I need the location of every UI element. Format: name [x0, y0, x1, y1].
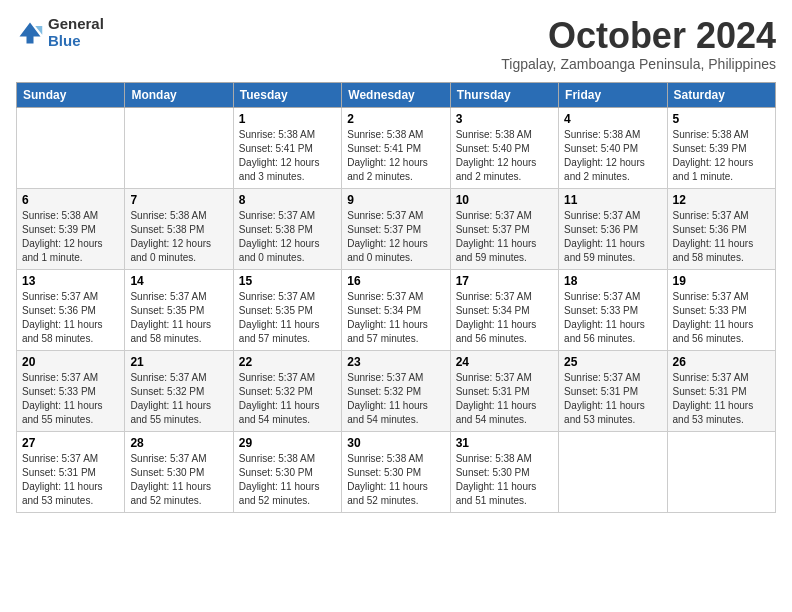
calendar-week-row: 1Sunrise: 5:38 AM Sunset: 5:41 PM Daylig… [17, 107, 776, 188]
day-number: 19 [673, 274, 770, 288]
day-info: Sunrise: 5:37 AM Sunset: 5:38 PM Dayligh… [239, 209, 336, 265]
logo-icon [16, 19, 44, 47]
table-row: 13Sunrise: 5:37 AM Sunset: 5:36 PM Dayli… [17, 269, 125, 350]
calendar-header-row: Sunday Monday Tuesday Wednesday Thursday… [17, 82, 776, 107]
day-info: Sunrise: 5:37 AM Sunset: 5:37 PM Dayligh… [456, 209, 553, 265]
table-row: 11Sunrise: 5:37 AM Sunset: 5:36 PM Dayli… [559, 188, 667, 269]
header-thursday: Thursday [450, 82, 558, 107]
location-title: Tigpalay, Zamboanga Peninsula, Philippin… [501, 56, 776, 72]
table-row: 6Sunrise: 5:38 AM Sunset: 5:39 PM Daylig… [17, 188, 125, 269]
day-info: Sunrise: 5:37 AM Sunset: 5:37 PM Dayligh… [347, 209, 444, 265]
table-row: 25Sunrise: 5:37 AM Sunset: 5:31 PM Dayli… [559, 350, 667, 431]
day-number: 16 [347, 274, 444, 288]
table-row: 18Sunrise: 5:37 AM Sunset: 5:33 PM Dayli… [559, 269, 667, 350]
logo-general: General [48, 16, 104, 33]
day-number: 30 [347, 436, 444, 450]
day-info: Sunrise: 5:38 AM Sunset: 5:41 PM Dayligh… [239, 128, 336, 184]
table-row: 22Sunrise: 5:37 AM Sunset: 5:32 PM Dayli… [233, 350, 341, 431]
day-info: Sunrise: 5:38 AM Sunset: 5:41 PM Dayligh… [347, 128, 444, 184]
table-row: 31Sunrise: 5:38 AM Sunset: 5:30 PM Dayli… [450, 431, 558, 512]
day-info: Sunrise: 5:37 AM Sunset: 5:33 PM Dayligh… [564, 290, 661, 346]
header-wednesday: Wednesday [342, 82, 450, 107]
table-row: 7Sunrise: 5:38 AM Sunset: 5:38 PM Daylig… [125, 188, 233, 269]
day-info: Sunrise: 5:38 AM Sunset: 5:30 PM Dayligh… [347, 452, 444, 508]
day-number: 15 [239, 274, 336, 288]
day-info: Sunrise: 5:37 AM Sunset: 5:31 PM Dayligh… [673, 371, 770, 427]
page-header: General Blue October 2024 Tigpalay, Zamb… [16, 16, 776, 72]
day-number: 14 [130, 274, 227, 288]
day-number: 17 [456, 274, 553, 288]
table-row [667, 431, 775, 512]
table-row: 14Sunrise: 5:37 AM Sunset: 5:35 PM Dayli… [125, 269, 233, 350]
day-number: 28 [130, 436, 227, 450]
logo-text: General Blue [48, 16, 104, 49]
table-row: 26Sunrise: 5:37 AM Sunset: 5:31 PM Dayli… [667, 350, 775, 431]
table-row: 3Sunrise: 5:38 AM Sunset: 5:40 PM Daylig… [450, 107, 558, 188]
table-row: 24Sunrise: 5:37 AM Sunset: 5:31 PM Dayli… [450, 350, 558, 431]
day-info: Sunrise: 5:37 AM Sunset: 5:36 PM Dayligh… [564, 209, 661, 265]
day-info: Sunrise: 5:37 AM Sunset: 5:31 PM Dayligh… [456, 371, 553, 427]
table-row: 19Sunrise: 5:37 AM Sunset: 5:33 PM Dayli… [667, 269, 775, 350]
table-row: 8Sunrise: 5:37 AM Sunset: 5:38 PM Daylig… [233, 188, 341, 269]
day-info: Sunrise: 5:37 AM Sunset: 5:32 PM Dayligh… [347, 371, 444, 427]
table-row: 4Sunrise: 5:38 AM Sunset: 5:40 PM Daylig… [559, 107, 667, 188]
day-info: Sunrise: 5:37 AM Sunset: 5:34 PM Dayligh… [347, 290, 444, 346]
title-block: October 2024 Tigpalay, Zamboanga Peninsu… [501, 16, 776, 72]
day-number: 26 [673, 355, 770, 369]
table-row: 2Sunrise: 5:38 AM Sunset: 5:41 PM Daylig… [342, 107, 450, 188]
day-info: Sunrise: 5:38 AM Sunset: 5:30 PM Dayligh… [239, 452, 336, 508]
day-info: Sunrise: 5:37 AM Sunset: 5:36 PM Dayligh… [673, 209, 770, 265]
day-info: Sunrise: 5:38 AM Sunset: 5:39 PM Dayligh… [673, 128, 770, 184]
table-row: 30Sunrise: 5:38 AM Sunset: 5:30 PM Dayli… [342, 431, 450, 512]
day-info: Sunrise: 5:37 AM Sunset: 5:35 PM Dayligh… [130, 290, 227, 346]
day-number: 24 [456, 355, 553, 369]
day-info: Sunrise: 5:37 AM Sunset: 5:34 PM Dayligh… [456, 290, 553, 346]
calendar-week-row: 13Sunrise: 5:37 AM Sunset: 5:36 PM Dayli… [17, 269, 776, 350]
svg-marker-0 [20, 22, 41, 43]
month-title: October 2024 [501, 16, 776, 56]
day-number: 10 [456, 193, 553, 207]
table-row: 1Sunrise: 5:38 AM Sunset: 5:41 PM Daylig… [233, 107, 341, 188]
header-tuesday: Tuesday [233, 82, 341, 107]
table-row: 28Sunrise: 5:37 AM Sunset: 5:30 PM Dayli… [125, 431, 233, 512]
calendar-table: Sunday Monday Tuesday Wednesday Thursday… [16, 82, 776, 513]
table-row [559, 431, 667, 512]
day-info: Sunrise: 5:38 AM Sunset: 5:40 PM Dayligh… [564, 128, 661, 184]
table-row: 29Sunrise: 5:38 AM Sunset: 5:30 PM Dayli… [233, 431, 341, 512]
day-info: Sunrise: 5:37 AM Sunset: 5:35 PM Dayligh… [239, 290, 336, 346]
day-number: 25 [564, 355, 661, 369]
day-info: Sunrise: 5:38 AM Sunset: 5:38 PM Dayligh… [130, 209, 227, 265]
day-number: 12 [673, 193, 770, 207]
day-info: Sunrise: 5:37 AM Sunset: 5:32 PM Dayligh… [239, 371, 336, 427]
day-number: 29 [239, 436, 336, 450]
day-number: 5 [673, 112, 770, 126]
day-info: Sunrise: 5:37 AM Sunset: 5:33 PM Dayligh… [22, 371, 119, 427]
calendar-week-row: 6Sunrise: 5:38 AM Sunset: 5:39 PM Daylig… [17, 188, 776, 269]
day-number: 31 [456, 436, 553, 450]
calendar-week-row: 27Sunrise: 5:37 AM Sunset: 5:31 PM Dayli… [17, 431, 776, 512]
day-info: Sunrise: 5:37 AM Sunset: 5:31 PM Dayligh… [22, 452, 119, 508]
header-sunday: Sunday [17, 82, 125, 107]
logo: General Blue [16, 16, 104, 49]
day-number: 22 [239, 355, 336, 369]
table-row [125, 107, 233, 188]
day-number: 2 [347, 112, 444, 126]
day-number: 18 [564, 274, 661, 288]
table-row: 16Sunrise: 5:37 AM Sunset: 5:34 PM Dayli… [342, 269, 450, 350]
day-info: Sunrise: 5:38 AM Sunset: 5:39 PM Dayligh… [22, 209, 119, 265]
day-number: 21 [130, 355, 227, 369]
day-info: Sunrise: 5:37 AM Sunset: 5:32 PM Dayligh… [130, 371, 227, 427]
table-row: 23Sunrise: 5:37 AM Sunset: 5:32 PM Dayli… [342, 350, 450, 431]
table-row: 20Sunrise: 5:37 AM Sunset: 5:33 PM Dayli… [17, 350, 125, 431]
table-row: 5Sunrise: 5:38 AM Sunset: 5:39 PM Daylig… [667, 107, 775, 188]
day-number: 8 [239, 193, 336, 207]
table-row: 10Sunrise: 5:37 AM Sunset: 5:37 PM Dayli… [450, 188, 558, 269]
day-number: 9 [347, 193, 444, 207]
table-row: 9Sunrise: 5:37 AM Sunset: 5:37 PM Daylig… [342, 188, 450, 269]
day-number: 13 [22, 274, 119, 288]
day-info: Sunrise: 5:38 AM Sunset: 5:40 PM Dayligh… [456, 128, 553, 184]
logo-blue: Blue [48, 33, 104, 50]
table-row [17, 107, 125, 188]
day-number: 1 [239, 112, 336, 126]
day-number: 6 [22, 193, 119, 207]
